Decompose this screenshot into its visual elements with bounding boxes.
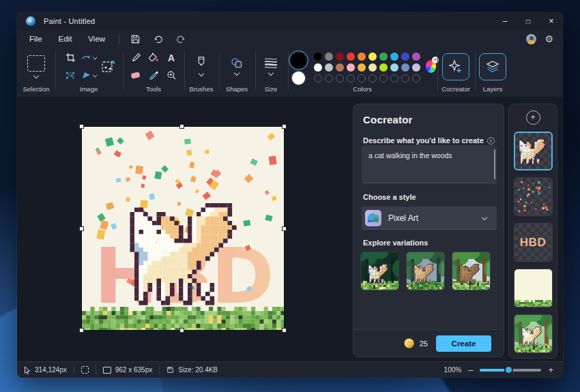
secondary-color-swatch[interactable]	[291, 71, 306, 85]
status-bar: 314,124px 962 x 635px Size: 20.4KB 100% …	[17, 361, 563, 378]
palette-color-swatch[interactable]	[336, 63, 344, 72]
menu-edit[interactable]: Edit	[52, 33, 79, 45]
palette-color-swatch[interactable]	[401, 52, 409, 61]
add-layer-button[interactable]: +	[526, 110, 540, 125]
palette-color-swatch[interactable]	[314, 52, 322, 61]
canvas-artwork[interactable]: HBD	[82, 127, 284, 330]
palette-empty-slot[interactable]	[412, 74, 420, 82]
layer-thumbnail-cat[interactable]	[514, 132, 553, 170]
selection-handle[interactable]	[79, 226, 84, 231]
palette-color-swatch[interactable]	[401, 63, 409, 72]
selection-handle[interactable]	[179, 328, 184, 333]
pencil-icon[interactable]	[131, 52, 141, 63]
palette-color-swatch[interactable]	[325, 52, 333, 61]
palette-color-swatch[interactable]	[379, 63, 388, 72]
eyedropper-icon[interactable]	[149, 70, 159, 80]
menu-file[interactable]: File	[23, 33, 49, 45]
rectangle-select-icon[interactable]	[27, 55, 45, 72]
title-bar[interactable]: Paint - Untitled – □ ×	[17, 12, 563, 30]
rotate-icon[interactable]	[81, 53, 98, 62]
palette-empty-slot[interactable]	[336, 74, 344, 82]
chevron-down-icon[interactable]	[199, 72, 204, 76]
selection-handle[interactable]	[282, 226, 287, 231]
palette-color-swatch[interactable]	[347, 52, 355, 61]
selection-handle[interactable]	[79, 124, 84, 129]
create-button[interactable]: Create	[436, 335, 491, 352]
undo-icon[interactable]	[149, 32, 167, 46]
palette-empty-slot[interactable]	[401, 74, 409, 82]
zoom-slider-thumb[interactable]	[504, 365, 513, 374]
drawing-canvas[interactable]: HBD	[82, 127, 284, 330]
layers-button[interactable]	[479, 53, 506, 80]
line-size-icon[interactable]	[264, 57, 278, 68]
selection-handle[interactable]	[179, 124, 184, 129]
fill-bucket-icon[interactable]	[148, 52, 159, 63]
workspace: HBD Cocreator Describe what you'd like t…	[17, 97, 563, 361]
scrollbar[interactable]	[494, 149, 496, 179]
variation-thumbnail-3[interactable]	[452, 252, 491, 290]
layer-thumbnail-hbd[interactable]: HBD	[514, 223, 553, 262]
maximize-button[interactable]: □	[517, 12, 540, 30]
magnifier-icon[interactable]	[166, 70, 177, 80]
palette-empty-slot[interactable]	[314, 74, 322, 82]
eraser-icon[interactable]	[130, 71, 141, 80]
palette-empty-slot[interactable]	[368, 74, 377, 82]
brush-icon[interactable]	[197, 57, 206, 69]
palette-color-swatch[interactable]	[358, 63, 366, 72]
chevron-down-icon[interactable]	[269, 71, 274, 76]
palette-color-swatch[interactable]	[368, 63, 377, 72]
prompt-input[interactable]: a cat walking in the woods	[362, 145, 497, 183]
chevron-down-icon[interactable]	[34, 74, 39, 78]
zoom-slider[interactable]	[480, 369, 541, 372]
palette-color-swatch[interactable]	[412, 63, 420, 72]
palette-color-swatch[interactable]	[390, 52, 398, 61]
chevron-down-icon[interactable]	[93, 56, 98, 60]
zoom-in-button[interactable]: +	[548, 365, 553, 375]
chevron-down-icon[interactable]	[235, 71, 240, 76]
credits-coin-icon	[404, 338, 414, 348]
style-dropdown[interactable]: Pixel Art	[362, 207, 497, 230]
palette-color-swatch[interactable]	[347, 63, 355, 72]
text-tool-icon[interactable]: A	[168, 52, 175, 63]
redo-icon[interactable]	[171, 32, 189, 46]
variation-thumbnail-2[interactable]	[406, 252, 445, 290]
flip-icon[interactable]	[82, 72, 98, 80]
account-avatar[interactable]	[526, 34, 536, 44]
zoom-out-button[interactable]: –	[468, 365, 473, 375]
selection-handle[interactable]	[282, 124, 287, 129]
save-icon[interactable]	[126, 32, 144, 46]
selection-handle[interactable]	[79, 328, 84, 333]
palette-empty-slot[interactable]	[325, 74, 333, 82]
panel-footer: 25 Create	[353, 329, 504, 357]
palette-color-swatch[interactable]	[412, 52, 420, 61]
crop-icon[interactable]	[66, 52, 76, 63]
layer-thumbnail-confetti[interactable]	[514, 177, 553, 216]
cocreator-button[interactable]	[442, 53, 469, 80]
menu-view[interactable]: View	[81, 33, 112, 45]
palette-color-swatch[interactable]	[325, 63, 333, 72]
shapes-icon[interactable]	[231, 57, 243, 68]
layer-thumbnail-background[interactable]	[514, 269, 553, 307]
palette-color-swatch[interactable]	[314, 63, 322, 72]
chevron-down-icon[interactable]	[93, 74, 97, 78]
palette-empty-slot[interactable]	[347, 74, 355, 82]
primary-color-swatch[interactable]	[289, 50, 308, 70]
palette-color-swatch[interactable]	[368, 52, 377, 61]
close-button[interactable]: ×	[540, 12, 563, 30]
free-select-icon[interactable]	[66, 72, 76, 79]
info-icon[interactable]: i	[487, 137, 495, 145]
layer-thumbnail-scene[interactable]	[514, 314, 553, 353]
palette-color-swatch[interactable]	[390, 63, 398, 72]
settings-gear-icon[interactable]: ⚙	[545, 34, 553, 44]
palette-empty-slot[interactable]	[390, 74, 398, 82]
palette-color-swatch[interactable]	[358, 52, 366, 61]
minimize-button[interactable]: –	[493, 12, 517, 30]
resize-image-icon[interactable]	[101, 59, 116, 74]
palette-empty-slot[interactable]	[379, 74, 388, 82]
palette-color-swatch[interactable]	[379, 52, 388, 61]
color-wheel-icon[interactable]	[426, 60, 436, 73]
palette-empty-slot[interactable]	[358, 74, 366, 82]
selection-handle[interactable]	[282, 328, 287, 333]
palette-color-swatch[interactable]	[336, 52, 344, 61]
variation-thumbnail-1[interactable]	[360, 252, 399, 290]
